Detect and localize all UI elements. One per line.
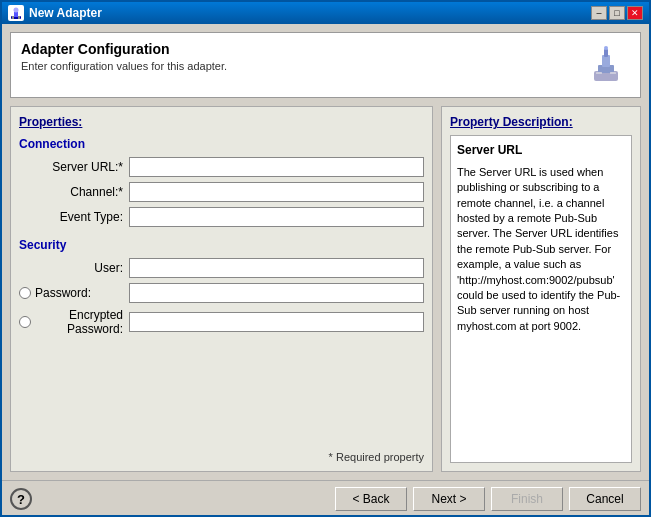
- svg-rect-8: [604, 49, 608, 57]
- svg-rect-10: [596, 72, 602, 74]
- page-subtitle: Enter configuration values for this adap…: [21, 60, 582, 72]
- channel-label: Channel:*: [19, 185, 129, 199]
- encrypted-password-input[interactable]: [129, 312, 424, 332]
- help-button[interactable]: ?: [10, 488, 32, 510]
- svg-point-9: [604, 46, 608, 50]
- window-icon: [8, 5, 24, 21]
- svg-rect-11: [610, 72, 616, 74]
- window-title: New Adapter: [29, 6, 591, 20]
- svg-rect-4: [18, 16, 20, 19]
- svg-point-2: [14, 8, 19, 13]
- page-title: Adapter Configuration: [21, 41, 582, 57]
- server-url-label: Server URL:*: [19, 160, 129, 174]
- main-window: New Adapter – □ ✕ Adapter Configuration …: [0, 0, 651, 517]
- event-type-row: Event Type:: [19, 207, 424, 227]
- finish-button[interactable]: Finish: [491, 487, 563, 511]
- header-text: Adapter Configuration Enter configuratio…: [21, 41, 582, 72]
- close-button[interactable]: ✕: [627, 6, 643, 20]
- properties-panel: Properties: Connection Server URL:* Chan…: [10, 106, 433, 472]
- next-button[interactable]: Next >: [413, 487, 485, 511]
- user-label: User:: [19, 261, 129, 275]
- body-area: Properties: Connection Server URL:* Chan…: [10, 106, 641, 472]
- description-panel: Property Description: Server URL The Ser…: [441, 106, 641, 472]
- encrypted-password-label: Encrypted Password:: [19, 308, 129, 336]
- svg-rect-3: [12, 16, 14, 19]
- event-type-input[interactable]: [129, 207, 424, 227]
- footer-left: ?: [10, 488, 32, 510]
- description-title: Property Description:: [450, 115, 632, 129]
- adapter-icon: [582, 41, 630, 89]
- password-input[interactable]: [129, 283, 424, 303]
- connection-section-title: Connection: [19, 137, 424, 151]
- main-content: Adapter Configuration Enter configuratio…: [2, 24, 649, 480]
- security-section: Security User: Password:: [19, 238, 424, 341]
- svg-rect-1: [14, 12, 18, 17]
- window-controls: – □ ✕: [591, 6, 643, 20]
- description-heading: Server URL: [457, 142, 625, 159]
- header-area: Adapter Configuration Enter configuratio…: [10, 32, 641, 98]
- password-radio[interactable]: [19, 287, 31, 299]
- maximize-button[interactable]: □: [609, 6, 625, 20]
- server-url-row: Server URL:*: [19, 157, 424, 177]
- password-radio-label: Password:: [19, 286, 123, 300]
- properties-title: Properties:: [19, 115, 424, 129]
- encrypted-password-row: Encrypted Password:: [19, 308, 424, 336]
- user-input[interactable]: [129, 258, 424, 278]
- password-label: Password:: [19, 286, 129, 300]
- channel-input[interactable]: [129, 182, 424, 202]
- footer-area: ? < Back Next > Finish Cancel: [2, 480, 649, 515]
- encrypted-password-radio-label: Encrypted Password:: [19, 308, 123, 336]
- description-text: The Server URL is used when publishing o…: [457, 165, 625, 334]
- required-note: * Required property: [19, 443, 424, 463]
- event-type-label: Event Type:: [19, 210, 129, 224]
- user-row: User:: [19, 258, 424, 278]
- description-scroll[interactable]: Server URL The Server URL is used when p…: [450, 135, 632, 463]
- minimize-button[interactable]: –: [591, 6, 607, 20]
- channel-row: Channel:*: [19, 182, 424, 202]
- cancel-button[interactable]: Cancel: [569, 487, 641, 511]
- security-section-title: Security: [19, 238, 424, 252]
- password-row: Password:: [19, 283, 424, 303]
- server-url-input[interactable]: [129, 157, 424, 177]
- encrypted-password-radio[interactable]: [19, 316, 31, 328]
- back-button[interactable]: < Back: [335, 487, 407, 511]
- footer-buttons: < Back Next > Finish Cancel: [335, 487, 641, 511]
- title-bar: New Adapter – □ ✕: [2, 2, 649, 24]
